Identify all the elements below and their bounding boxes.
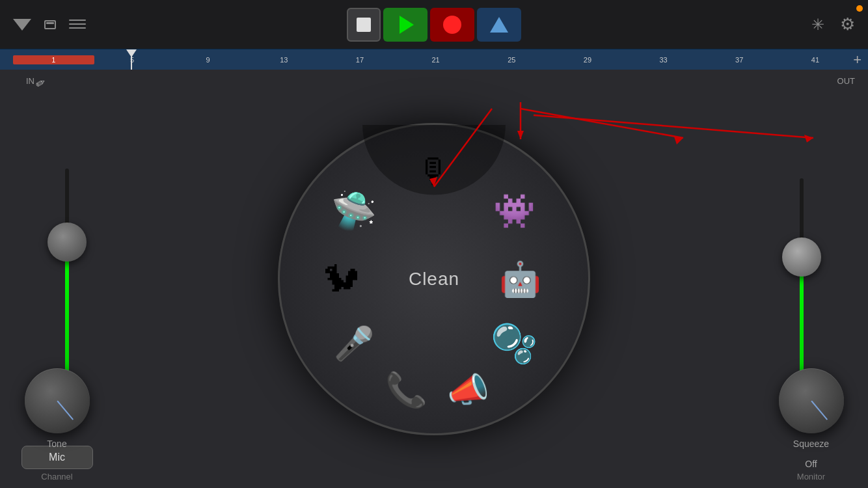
voice-ufo[interactable]: 🛸: [331, 193, 377, 229]
stop-icon: [357, 18, 371, 32]
bottom-controls-left: Tone Mic Channel: [0, 446, 114, 488]
timeline-marker-29: 29: [550, 56, 626, 64]
stop-button[interactable]: [347, 8, 381, 42]
squeeze-knob[interactable]: [779, 368, 844, 433]
dropdown-icon[interactable]: [13, 19, 31, 31]
voice-microphone[interactable]: 🎙: [417, 154, 451, 188]
timeline-marker-33: 33: [625, 56, 701, 64]
dial-icon[interactable]: ✳: [811, 16, 824, 34]
record-button[interactable]: [430, 8, 474, 42]
timeline-marker-17: 17: [322, 56, 398, 64]
voice-wheel-container: Clean 🎙 🛸 👾 🐿 🤖 🎤 🫧 📞 📣: [278, 123, 590, 435]
timeline-marker-13: 13: [246, 56, 322, 64]
voice-microphone2[interactable]: 🎤: [334, 327, 374, 360]
squeeze-knob-indicator: [811, 400, 828, 420]
metronome-icon: [490, 17, 508, 33]
tone-label: Tone: [47, 439, 66, 449]
tone-knob-indicator: [57, 400, 74, 420]
metronome-button[interactable]: [477, 8, 521, 42]
play-icon: [400, 16, 414, 34]
orange-dot-indicator: [856, 5, 863, 12]
timeline: 1 5 9 13 17 21 25 29 33 37 41 +: [0, 49, 868, 70]
voice-wheel[interactable]: Clean 🎙 🛸 👾 🐿 🤖 🎤 🫧 📞 📣: [278, 123, 590, 435]
voice-squirrel[interactable]: 🐿: [323, 261, 360, 297]
timeline-marker-37: 37: [701, 56, 778, 64]
toolbar-left: [13, 16, 86, 33]
play-button[interactable]: [383, 8, 427, 42]
toolbar-center: [347, 8, 521, 42]
toolbar-right: ✳ ⚙: [811, 14, 855, 34]
main-content: IN ✏ Tone Mic Channel: [0, 70, 868, 488]
right-panel: OUT Squeeze Off Monitor: [754, 70, 868, 488]
add-track-button[interactable]: +: [853, 51, 861, 68]
voice-bubble[interactable]: 🫧: [491, 325, 537, 362]
voice-monster[interactable]: 👾: [493, 194, 536, 228]
timeline-marker-9: 9: [170, 56, 246, 64]
timeline-numbers: 1 5 9 13 17 21 25 29 33 37 41: [13, 49, 853, 70]
playhead-arrow: [126, 49, 137, 57]
playhead[interactable]: [131, 49, 132, 70]
bottom-controls-right: Squeeze Off Monitor: [754, 459, 868, 488]
timeline-marker-21: 21: [398, 56, 474, 64]
pen-icon[interactable]: ✏: [33, 75, 49, 92]
timeline-bar[interactable]: 1 5 9 13 17 21 25 29 33 37 41: [13, 49, 853, 70]
tone-knob[interactable]: [25, 368, 90, 433]
left-panel: IN ✏ Tone Mic Channel: [0, 70, 114, 488]
timeline-marker-41: 41: [778, 56, 854, 64]
voice-megaphone[interactable]: 📣: [447, 373, 489, 407]
voice-robot[interactable]: 🤖: [499, 262, 541, 296]
mic-button[interactable]: Mic: [21, 446, 93, 469]
list-icon[interactable]: [69, 17, 86, 32]
out-fader-knob[interactable]: [782, 237, 821, 277]
squeeze-label: Squeeze: [793, 439, 829, 449]
off-label: Off: [805, 459, 817, 469]
track-icon[interactable]: [44, 16, 56, 33]
record-icon: [443, 16, 461, 34]
toolbar: ✳ ⚙: [0, 0, 868, 49]
gear-icon[interactable]: ⚙: [840, 14, 855, 34]
timeline-marker-1: 1: [13, 55, 94, 64]
out-label: OUT: [837, 76, 855, 86]
voice-telephone[interactable]: 📞: [385, 373, 427, 407]
monitor-label: Monitor: [797, 472, 825, 481]
timeline-marker-25: 25: [474, 56, 550, 64]
channel-label: Channel: [41, 472, 72, 481]
center-panel: Clean 🎙 🛸 👾 🐿 🤖 🎤 🫧 📞 📣: [114, 70, 754, 488]
in-fader-knob[interactable]: [47, 223, 87, 262]
clean-label: Clean: [409, 269, 459, 290]
